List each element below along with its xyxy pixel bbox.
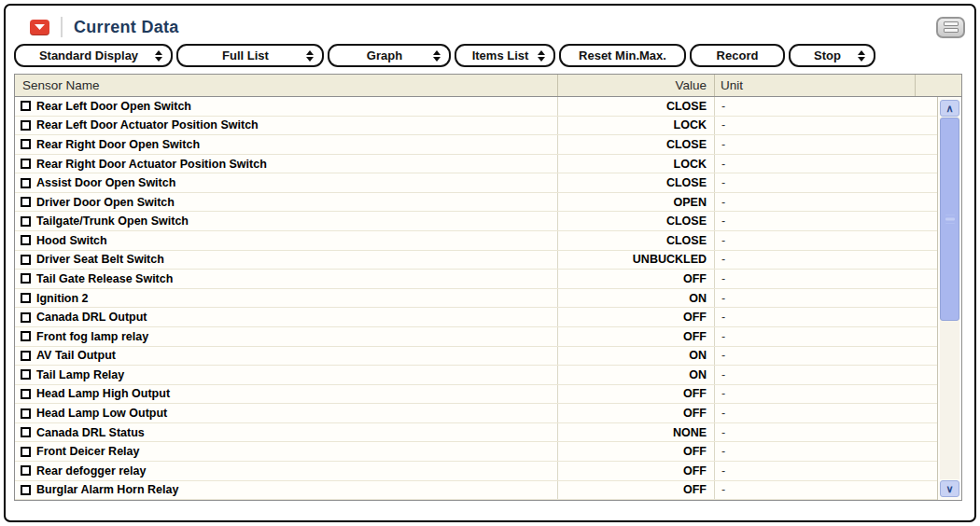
toolbar-button-graph[interactable]: Graph [328, 44, 451, 67]
toolbar-button-label: Record [717, 48, 759, 62]
sensor-value: OFF [558, 308, 715, 326]
row-checkbox[interactable] [21, 485, 31, 495]
scroll-down-button[interactable]: ∨ [940, 480, 959, 497]
table-row[interactable]: Hood SwitchCLOSE- [15, 231, 937, 251]
title-bar: Current Data [30, 14, 965, 40]
sensor-unit: - [715, 155, 915, 173]
row-checkbox[interactable] [21, 178, 31, 188]
layout-bars-icon [944, 21, 959, 26]
row-checkbox[interactable] [21, 120, 31, 131]
row-checkbox[interactable] [21, 351, 31, 361]
toolbar-button-items-list[interactable]: Items List [455, 44, 555, 67]
table-row[interactable]: Canada DRL OutputOFF- [15, 308, 937, 327]
table-row[interactable]: Driver Door Open SwitchOPEN- [15, 193, 937, 213]
table-row[interactable]: Head Lamp High OutputOFF- [15, 385, 937, 405]
sensor-value: OFF [558, 462, 715, 480]
toolbar-button-record[interactable]: Record [690, 44, 785, 67]
sensor-unit: - [715, 289, 915, 308]
toolbar-button-label: Reset Min.Max. [579, 48, 666, 62]
dropdown-arrows-icon [306, 50, 314, 62]
header-sensor-name: Sensor Name [15, 75, 558, 96]
sensor-value: CLOSE [558, 231, 715, 250]
row-checkbox[interactable] [21, 101, 31, 111]
scroll-up-button[interactable]: ∧ [940, 100, 959, 117]
sensor-unit: - [715, 442, 915, 461]
sensor-name: AV Tail Output [36, 349, 116, 362]
sensor-unit: - [715, 212, 915, 230]
table-row[interactable]: Tail Lamp RelayON- [15, 366, 937, 385]
table-row[interactable]: Front fog lamp relayOFF- [15, 327, 937, 347]
sensor-name: Driver Door Open Switch [36, 196, 175, 209]
row-checkbox[interactable] [21, 312, 31, 323]
sensor-value: OFF [558, 404, 715, 422]
sensor-name: Rear Left Door Open Switch [36, 100, 191, 113]
row-checkbox[interactable] [21, 369, 31, 380]
sensor-name: Tail Lamp Relay [36, 368, 124, 381]
row-checkbox[interactable] [21, 139, 31, 149]
row-checkbox[interactable] [21, 255, 31, 265]
table-row[interactable]: Rear Left Door Actuator Position SwitchL… [15, 117, 937, 136]
current-data-window: Current Data Standard DisplayFull ListGr… [4, 4, 976, 522]
table-row[interactable]: Assist Door Open SwitchCLOSE- [15, 173, 937, 193]
dropdown-arrows-icon [858, 50, 865, 62]
sensor-name: Ignition 2 [36, 292, 89, 305]
vertical-scrollbar[interactable]: ∧ ∨ [937, 97, 961, 500]
row-checkbox[interactable] [21, 331, 31, 341]
row-checkbox[interactable] [21, 408, 31, 419]
header-scroll-spacer [915, 75, 961, 96]
table-row[interactable]: Rear Left Door Open SwitchCLOSE- [15, 97, 937, 117]
table-row[interactable]: Rear defogger relayOFF- [15, 462, 937, 481]
sensor-unit: - [715, 462, 915, 480]
sensor-value: OFF [558, 327, 715, 346]
sensor-name: Rear Right Door Actuator Position Switch [36, 158, 267, 171]
table-row[interactable]: Tailgate/Trunk Open SwitchCLOSE- [15, 212, 937, 231]
title-divider [61, 17, 63, 37]
sensor-unit: - [715, 404, 915, 422]
screen: Current Data Standard DisplayFull ListGr… [0, 0, 980, 526]
page-title: Current Data [74, 18, 179, 37]
row-checkbox[interactable] [21, 216, 31, 227]
row-checkbox[interactable] [21, 273, 31, 284]
row-checkbox[interactable] [21, 293, 31, 303]
sensor-name: Canada DRL Status [36, 426, 145, 439]
sensor-name: Front fog lamp relay [36, 330, 148, 343]
sensor-value: OPEN [558, 193, 715, 212]
sensor-value: CLOSE [558, 173, 715, 192]
sensor-value: OFF [558, 442, 715, 461]
row-checkbox[interactable] [21, 235, 31, 245]
toolbar-button-reset-min-max[interactable]: Reset Min.Max. [559, 44, 686, 67]
row-checkbox[interactable] [21, 197, 31, 207]
row-checkbox[interactable] [21, 447, 31, 457]
row-checkbox[interactable] [21, 465, 31, 476]
layout-bars-icon [944, 28, 959, 33]
table-row[interactable]: Ignition 2ON- [15, 289, 937, 309]
table-row[interactable]: Tail Gate Release SwitchOFF- [15, 270, 937, 289]
sensor-name: Driver Seat Belt Switch [36, 253, 164, 266]
table-row[interactable]: Rear Right Door Actuator Position Switch… [15, 155, 937, 174]
sensor-unit: - [715, 481, 915, 500]
collapse-button[interactable] [30, 20, 49, 35]
sensor-name: Head Lamp Low Output [36, 407, 167, 420]
table-row[interactable]: Burglar Alarm Horn RelayOFF- [15, 481, 937, 501]
table-row[interactable]: Canada DRL StatusNONE- [15, 423, 937, 443]
row-checkbox[interactable] [21, 159, 31, 169]
scrollbar-thumb[interactable] [940, 118, 959, 321]
sensor-name: Rear Left Door Actuator Position Switch [36, 118, 259, 132]
table-row[interactable]: AV Tail OutputON- [15, 347, 937, 367]
toolbar-button-stop[interactable]: Stop [789, 44, 875, 67]
sensor-name: Burglar Alarm Horn Relay [36, 483, 178, 496]
table-row[interactable]: Front Deicer RelayOFF- [15, 442, 937, 462]
table-row[interactable]: Rear Right Door Open SwitchCLOSE- [15, 135, 937, 155]
toolbar-button-standard-display[interactable]: Standard Display [14, 44, 173, 67]
sensor-value: ON [558, 366, 715, 384]
sensor-table: Sensor Name Value Unit Rear Left Door Op… [14, 74, 962, 501]
toolbar-button-full-list[interactable]: Full List [176, 44, 324, 67]
table-body: Rear Left Door Open SwitchCLOSE-Rear Lef… [15, 97, 937, 500]
table-row[interactable]: Head Lamp Low OutputOFF- [15, 404, 937, 423]
toolbar-button-label: Graph [367, 48, 402, 62]
table-row[interactable]: Driver Seat Belt SwitchUNBUCKLED- [15, 251, 937, 270]
row-checkbox[interactable] [21, 389, 31, 399]
row-checkbox[interactable] [21, 427, 31, 437]
dropdown-arrows-icon [538, 50, 545, 62]
window-layout-button[interactable] [936, 17, 965, 38]
